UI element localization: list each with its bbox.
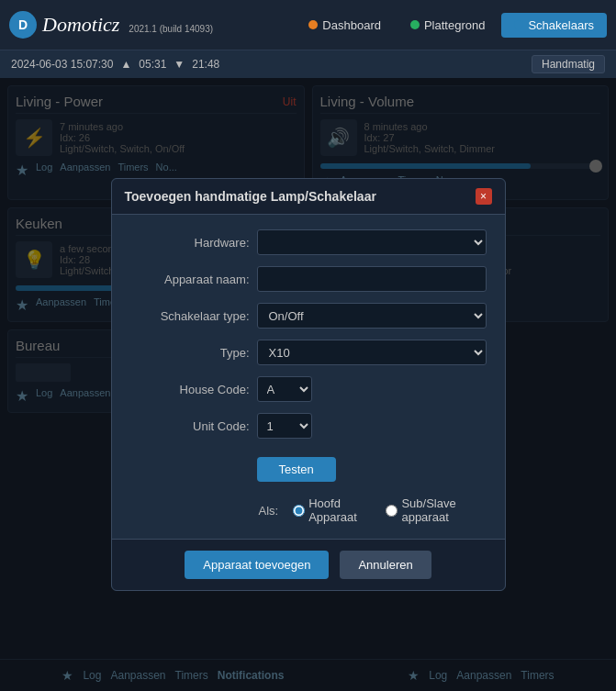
sub-slave-radio[interactable] xyxy=(386,505,398,517)
main-area: Living - Power Uit ⚡ 7 minutes ago Idx: … xyxy=(0,78,616,691)
nav-dashboard-label: Dashboard xyxy=(322,18,381,32)
type-select[interactable]: X10 ARC AC HomeEasy EU Waveman xyxy=(257,340,487,365)
modal-overlay: Toevoegen handmatige Lamp/Schakelaar × H… xyxy=(0,78,616,691)
house-code-select[interactable]: A BCD EFGH xyxy=(257,376,312,402)
house-code-row: House Code: A BCD EFGH xyxy=(130,376,487,402)
sub-slave-option[interactable]: Sub/Slave apparaat xyxy=(386,496,486,524)
logo: D Domoticz 2021.1 (build 14093) xyxy=(9,11,213,39)
unit-code-select[interactable]: 1 234 5678 xyxy=(257,413,312,439)
als-label: Als: xyxy=(259,504,279,518)
nav-dashboard[interactable]: Dashboard xyxy=(296,13,394,38)
datetime: 2024-06-03 15:07:30 xyxy=(11,58,113,71)
hardware-select[interactable] xyxy=(257,229,487,255)
unit-code-label: Unit Code: xyxy=(130,419,250,433)
handmatig-button[interactable]: Handmatig xyxy=(532,55,605,73)
sub-slave-label: Sub/Slave apparaat xyxy=(401,496,486,524)
modal-title: Toevoegen handmatige Lamp/Schakelaar xyxy=(125,189,376,204)
hardware-row: Hardware: xyxy=(130,229,487,255)
nav-schakelaars[interactable]: Schakelaars xyxy=(501,13,607,38)
sunrise-icon: ▲ xyxy=(120,58,131,71)
schakelaar-type-select[interactable]: On/Off Dimmer Push On Push Off Door Lock xyxy=(257,303,487,329)
logo-text: Domoticz xyxy=(42,13,119,37)
hoofd-apparaat-option[interactable]: Hoofd Apparaat xyxy=(293,496,375,524)
modal-body: Hardware: Apparaat naam: Schakelaar type… xyxy=(112,215,505,539)
sunset-icon: ▼ xyxy=(174,58,185,71)
als-row: Als: Hoofd Apparaat Sub/Slave apparaat xyxy=(259,496,487,524)
hoofd-apparaat-label: Hoofd Apparaat xyxy=(308,496,375,524)
house-code-label: House Code: xyxy=(130,383,250,396)
nav-plattegrond-label: Plattegrond xyxy=(424,18,486,32)
type-label: Type: xyxy=(130,346,250,360)
type-row: Type: X10 ARC AC HomeEasy EU Waveman xyxy=(130,340,487,365)
hoofd-apparaat-radio[interactable] xyxy=(293,505,305,517)
sunset-time: 21:48 xyxy=(192,58,219,71)
subtitlebar: 2024-06-03 15:07:30 ▲ 05:31 ▼ 21:48 Hand… xyxy=(0,50,616,78)
modal-header: Toevoegen handmatige Lamp/Schakelaar × xyxy=(112,179,505,215)
cancel-button[interactable]: Annuleren xyxy=(340,551,431,579)
modal-footer: Apparaat toevoegen Annuleren xyxy=(112,539,505,590)
testen-row: Testen xyxy=(257,450,487,489)
nav-plattegrond[interactable]: Plattegrond xyxy=(398,13,498,38)
schakelaar-type-label: Schakelaar type: xyxy=(130,309,250,323)
add-button[interactable]: Apparaat toevoegen xyxy=(185,551,329,579)
nav-schakelaars-label: Schakelaars xyxy=(528,18,594,32)
logo-version: 2021.1 (build 14093) xyxy=(129,24,213,34)
sunrise-time: 05:31 xyxy=(139,58,166,71)
logo-circle: D xyxy=(9,11,37,39)
unit-code-row: Unit Code: 1 234 5678 xyxy=(130,413,487,439)
plattegrond-dot xyxy=(410,20,420,29)
hardware-label: Hardware: xyxy=(130,236,250,250)
modal-close-button[interactable]: × xyxy=(476,188,492,205)
topnav: D Domoticz 2021.1 (build 14093) Dashboar… xyxy=(0,0,616,50)
schakelaars-dot xyxy=(514,20,523,29)
schakelaar-type-row: Schakelaar type: On/Off Dimmer Push On P… xyxy=(130,303,487,329)
apparaat-naam-label: Apparaat naam: xyxy=(130,273,250,286)
testen-button[interactable]: Testen xyxy=(257,457,336,482)
apparaat-naam-input[interactable] xyxy=(257,266,487,292)
dashboard-dot xyxy=(308,20,318,29)
modal: Toevoegen handmatige Lamp/Schakelaar × H… xyxy=(111,178,506,591)
apparaat-naam-row: Apparaat naam: xyxy=(130,266,487,292)
